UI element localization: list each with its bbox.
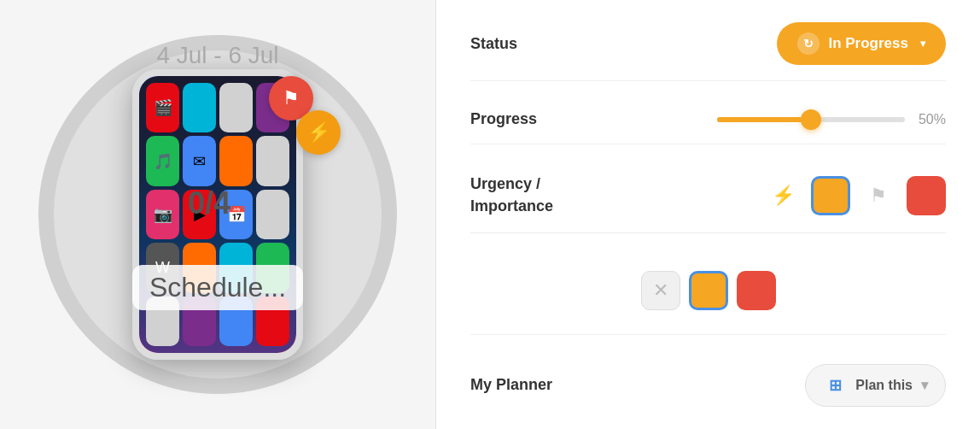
urgency-label: Urgency /Importance — [470, 173, 553, 216]
urgency-icons-group: ⚡ ■ ⚑ ■ — [763, 176, 946, 215]
badge-orange-lightning: ⚡ — [296, 110, 341, 155]
count-label: 0/4 — [188, 185, 230, 221]
slider-fill — [717, 117, 811, 122]
progress-area: 50% — [717, 112, 946, 127]
status-button[interactable]: ↻ In Progress ▾ — [777, 22, 946, 65]
planner-row: My Planner ⊞ Plan this ▾ — [470, 349, 946, 422]
plan-this-button[interactable]: ⊞ Plan this ▾ — [805, 364, 946, 407]
planner-chevron-icon: ▾ — [921, 377, 928, 393]
status-value: In Progress — [828, 35, 908, 52]
urgency-red-selected[interactable]: ■ — [737, 271, 776, 310]
progress-percent: 50% — [919, 112, 946, 127]
urgency-x-icon[interactable]: ✕ — [641, 271, 680, 310]
circle-container: 4 Jul - 6 Jul 🎬 🎵 ✉ 📷 ▶ 📅 W — [38, 35, 397, 394]
status-chevron-icon: ▾ — [920, 38, 925, 50]
app-icon-2 — [219, 83, 253, 132]
app-icon-insta: 📷 — [146, 190, 179, 239]
app-icon-5 — [256, 136, 289, 185]
right-panel: Status ↻ In Progress ▾ Progress 50% Urge… — [436, 0, 980, 429]
flag-icon: ⚑ — [283, 87, 300, 109]
lightning-badge-icon: ⚡ — [307, 121, 330, 144]
schedule-overlay: Schedule... — [132, 265, 303, 310]
app-icon-4 — [219, 136, 253, 185]
app-icon-6 — [256, 190, 289, 239]
planner-icon: ⊞ — [823, 373, 847, 397]
urgency-orange-sq[interactable]: ■ — [811, 176, 850, 215]
status-label: Status — [470, 35, 517, 53]
urgency-lower-group: ✕ ■ ■ — [641, 262, 776, 319]
status-icon: ↻ — [797, 32, 820, 55]
progress-label: Progress — [470, 110, 537, 128]
date-range-label: 4 Jul - 6 Jul — [156, 42, 278, 69]
plan-this-label: Plan this — [855, 378, 913, 393]
progress-row: Progress 50% — [470, 95, 946, 144]
urgency-row: Urgency /Importance ⚡ ■ ⚑ ■ — [470, 158, 946, 232]
urgency-flag-icon[interactable]: ⚑ — [859, 176, 898, 215]
app-icon-netflix: 🎬 — [146, 83, 179, 132]
progress-slider[interactable] — [717, 117, 905, 122]
slider-thumb — [801, 109, 821, 130]
app-icon-mail: ✉ — [183, 136, 216, 185]
app-icon-1 — [183, 83, 216, 132]
urgency-selector-row: ✕ ■ ■ — [470, 247, 946, 335]
urgency-red-sq[interactable]: ■ — [907, 176, 946, 215]
left-panel: 4 Jul - 6 Jul 🎬 🎵 ✉ 📷 ▶ 📅 W — [0, 0, 435, 429]
urgency-orange-selected[interactable]: ■ — [689, 271, 728, 310]
urgency-lightning-icon[interactable]: ⚡ — [763, 176, 802, 215]
status-row: Status ↻ In Progress ▾ — [470, 7, 946, 81]
app-icon-spotify: 🎵 — [146, 136, 179, 185]
planner-label: My Planner — [470, 376, 552, 394]
